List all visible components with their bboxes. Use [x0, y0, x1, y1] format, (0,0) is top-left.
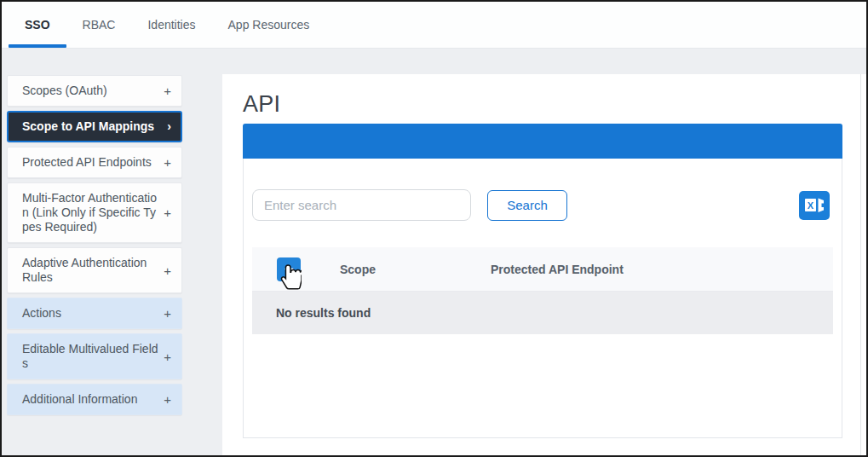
sidebar-item-additional-information[interactable]: Additional Information + [7, 384, 182, 415]
search-row: Search X [252, 189, 833, 221]
table-empty-row: No results found [252, 292, 833, 334]
card-body: Search X + [244, 159, 842, 334]
sidebar-item-protected-api-endpoints[interactable]: Protected API Endpoints + [7, 147, 182, 178]
plus-icon: + [164, 350, 171, 364]
sidebar-item-label: Additional Information [22, 392, 158, 407]
search-input[interactable] [252, 189, 471, 221]
tab-identities-label: Identities [147, 18, 195, 32]
empty-message: No results found [276, 306, 371, 320]
plus-icon: + [164, 392, 171, 407]
main-panel: API Search X [222, 74, 866, 455]
sidebar-item-scope-to-api-mappings[interactable]: Scope to API Mappings › [7, 111, 182, 142]
page-title: API [243, 91, 866, 118]
sidebar-item-label: Protected API Endpoints [22, 155, 158, 170]
sidebar-item-label: Multi-Factor Authentication (Link Only i… [22, 191, 158, 234]
app-window: SSO RBAC Identities App Resources Scopes… [0, 0, 868, 457]
sidebar-item-actions[interactable]: Actions + [7, 298, 182, 329]
svg-text:X: X [808, 200, 814, 210]
tab-identities[interactable]: Identities [131, 2, 211, 48]
tab-rbac[interactable]: RBAC [66, 2, 132, 48]
plus-icon: + [164, 306, 171, 321]
sidebar-item-editable-multivalued-fields[interactable]: Editable Multivalued Fields + [7, 333, 182, 379]
excel-export-button[interactable]: X [799, 191, 830, 220]
card-header-bar [243, 124, 842, 159]
plus-icon: + [164, 205, 171, 220]
sidebar-item-adaptive-authentication-rules[interactable]: Adaptive Authentication Rules + [7, 247, 182, 293]
column-header-scope: Scope [340, 263, 491, 276]
search-button[interactable]: Search [487, 190, 567, 221]
api-card: Search X + [243, 124, 842, 438]
table-header-row: + Scope Protected API Endpoint [252, 247, 833, 292]
tab-app-resources-label: App Resources [228, 18, 310, 32]
excel-export-icon: X [799, 191, 830, 220]
chevron-right-icon: › [167, 119, 171, 134]
table-header-add-cell: + [252, 257, 340, 281]
tab-rbac-label: RBAC [83, 18, 116, 32]
tab-sso[interactable]: SSO [9, 2, 66, 48]
sidebar-item-scopes-oauth[interactable]: Scopes (OAuth) + [7, 75, 182, 107]
scrollbar-gutter [860, 74, 861, 455]
sidebar-item-multi-factor-authentication[interactable]: Multi-Factor Authentication (Link Only i… [7, 182, 182, 243]
top-tab-bar: SSO RBAC Identities App Resources [2, 2, 866, 49]
add-mapping-button[interactable]: + [277, 257, 301, 281]
sidebar-item-label: Editable Multivalued Fields [22, 342, 158, 371]
tab-sso-label: SSO [25, 18, 50, 32]
sidebar-item-label: Actions [22, 306, 158, 321]
tab-app-resources[interactable]: App Resources [212, 2, 326, 48]
sidebar-item-label: Scope to API Mappings [22, 119, 162, 134]
sidebar-item-label: Scopes (OAuth) [22, 84, 158, 98]
sidebar-item-label: Adaptive Authentication Rules [22, 256, 158, 285]
sidebar-nav: Scopes (OAuth) + Scope to API Mappings ›… [7, 75, 182, 415]
mappings-table: + Scope Protected API Endpoint No result… [252, 247, 833, 334]
column-header-protected-api-endpoint: Protected API Endpoint [491, 263, 833, 276]
plus-icon: + [164, 263, 171, 278]
plus-icon: + [164, 155, 171, 170]
plus-icon: + [164, 84, 171, 98]
